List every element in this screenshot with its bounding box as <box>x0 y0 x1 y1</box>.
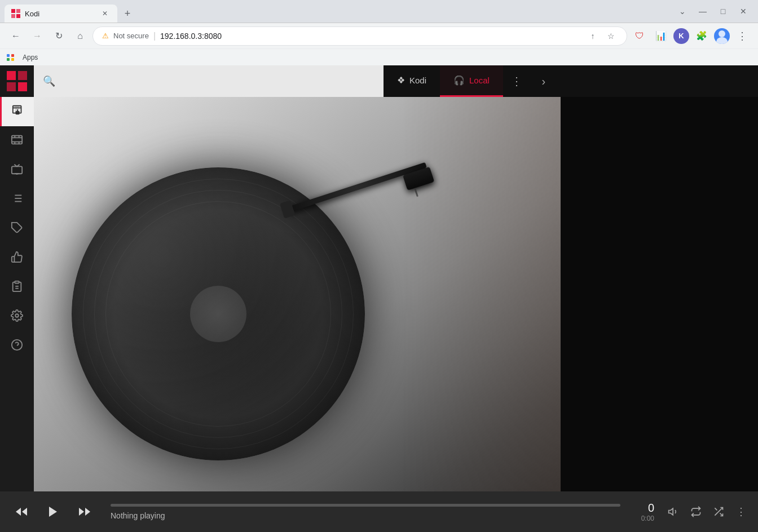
tab-favicon <box>11 9 20 18</box>
bookmark-icon[interactable]: ☆ <box>604 29 618 43</box>
svg-line-40 <box>715 508 717 510</box>
turntable-scene <box>34 97 561 491</box>
local-tab-icon: 🎧 <box>453 75 465 86</box>
tab-close-button[interactable]: ✕ <box>99 8 111 19</box>
kodi-tab-kodi[interactable]: ❖ Kodi <box>384 65 440 97</box>
player-rewind-button[interactable] <box>7 497 36 526</box>
svg-point-5 <box>716 37 728 44</box>
kodi-tab-icon: ❖ <box>397 75 405 86</box>
svg-marker-35 <box>85 508 90 516</box>
svg-rect-3 <box>16 14 20 18</box>
music-icon <box>12 104 24 119</box>
player-volume-button[interactable] <box>663 502 684 522</box>
svg-rect-0 <box>11 9 15 13</box>
svg-marker-33 <box>22 508 27 516</box>
chrome-menu-button[interactable]: ⋮ <box>733 27 751 45</box>
sidebar-item-help[interactable] <box>0 331 34 361</box>
player-more-button[interactable]: ⋮ <box>731 502 751 522</box>
browser-chrome: ⌄ — □ ✕ Kodi ✕ + ← → ↻ ⌂ <box>0 0 758 65</box>
profile-avatar[interactable] <box>714 28 730 44</box>
kodi-search-bar[interactable]: 🔍 <box>34 65 384 97</box>
svg-rect-14 <box>17 109 18 112</box>
browser-tab-active[interactable]: Kodi ✕ <box>5 5 117 23</box>
svg-rect-9 <box>18 82 27 91</box>
search-input[interactable] <box>60 76 374 86</box>
thumbsup-icon <box>11 251 23 265</box>
puzzle-icon <box>11 221 23 236</box>
time-count: 0 <box>648 501 654 515</box>
svg-rect-6 <box>7 71 16 80</box>
svg-rect-16 <box>12 166 22 174</box>
help-icon <box>11 339 23 353</box>
player-play-button[interactable] <box>38 497 68 526</box>
home-button[interactable]: ⌂ <box>71 27 89 45</box>
record-center-label <box>190 286 246 342</box>
search-icon: 🔍 <box>43 75 55 87</box>
svg-marker-32 <box>16 508 21 516</box>
profile-k-icon[interactable]: K <box>673 28 689 44</box>
kodi-app: 🔍 ❖ Kodi 🎧 Local ⋮ › <box>0 65 758 532</box>
svg-rect-26 <box>15 281 19 283</box>
chevron-down-icon[interactable]: ⌄ <box>675 3 690 19</box>
time-total: 0:00 <box>641 515 654 522</box>
close-button[interactable]: ✕ <box>735 3 751 19</box>
player-repeat-button[interactable] <box>686 502 706 522</box>
svg-marker-37 <box>669 508 673 515</box>
kodi-logo[interactable] <box>0 65 34 97</box>
window-controls: ⌄ — □ ✕ <box>675 3 751 19</box>
sidebar-item-queue[interactable] <box>0 273 34 302</box>
maximize-button[interactable]: □ <box>715 3 731 19</box>
tab-title: Kodi <box>25 10 95 18</box>
kodi-next-button[interactable]: › <box>530 65 557 97</box>
local-tab-label: Local <box>469 76 490 85</box>
browser-title-bar: ⌄ — □ ✕ Kodi ✕ + <box>0 0 758 23</box>
kodi-player-bar: Nothing playing 0 0:00 ⋮ <box>0 491 758 532</box>
minimize-button[interactable]: — <box>695 3 711 19</box>
clipboard-icon <box>11 280 23 295</box>
extensions-icon[interactable]: 🧩 <box>693 27 711 45</box>
svg-marker-34 <box>49 507 57 517</box>
kodi-sidebar <box>0 97 34 491</box>
reload-button[interactable]: ↻ <box>50 27 68 45</box>
svg-rect-8 <box>7 82 16 91</box>
sidebar-item-addons[interactable] <box>0 214 34 243</box>
sidebar-item-settings[interactable] <box>0 302 34 331</box>
sidebar-item-favourites[interactable] <box>0 243 34 273</box>
bookmarks-bar: Apps <box>0 48 758 65</box>
bg-blur-right <box>403 97 561 491</box>
forward-button[interactable]: → <box>28 27 46 45</box>
progress-bar-track[interactable] <box>111 504 620 507</box>
kodi-tab-local[interactable]: 🎧 Local <box>440 65 503 97</box>
security-label: Not secure <box>113 32 149 40</box>
sidebar-item-playlist[interactable] <box>0 185 34 214</box>
player-time-display: 0 0:00 <box>632 501 654 522</box>
svg-rect-13 <box>16 111 19 114</box>
svg-rect-15 <box>12 135 22 144</box>
apps-grid-icon <box>7 54 15 61</box>
browser-toolbar: ← → ↻ ⌂ ⚠ Not secure | 192.168.0.3:8080 … <box>0 23 758 48</box>
list-icon <box>11 192 23 207</box>
back-button[interactable]: ← <box>7 27 25 45</box>
sidebar-item-tv[interactable] <box>0 156 34 185</box>
address-separator: | <box>153 31 156 41</box>
player-shuffle-button[interactable] <box>708 502 729 522</box>
kodi-more-button[interactable]: ⋮ <box>503 65 530 97</box>
share-icon[interactable]: ↑ <box>586 29 600 43</box>
address-bar[interactable]: ⚠ Not secure | 192.168.0.3:8080 ↑ ☆ <box>92 26 627 46</box>
kodi-body <box>0 97 758 491</box>
player-forward-button[interactable] <box>70 497 99 526</box>
new-tab-button[interactable]: + <box>120 6 135 21</box>
tv-icon <box>11 163 23 178</box>
security-warning-icon: ⚠ <box>102 32 109 40</box>
svg-rect-7 <box>18 71 27 80</box>
bookmark-apps[interactable]: Apps <box>18 52 42 63</box>
now-playing-label: Nothing playing <box>111 511 620 520</box>
svg-point-4 <box>719 30 725 37</box>
extension-shield-icon[interactable]: 🛡 <box>631 27 649 45</box>
sidebar-item-music[interactable] <box>0 97 34 126</box>
movies-icon <box>11 134 23 149</box>
kodi-right-panel <box>561 97 758 491</box>
extension-bar-icon[interactable]: 📊 <box>652 27 670 45</box>
svg-rect-2 <box>11 14 15 18</box>
sidebar-item-movies[interactable] <box>0 126 34 156</box>
